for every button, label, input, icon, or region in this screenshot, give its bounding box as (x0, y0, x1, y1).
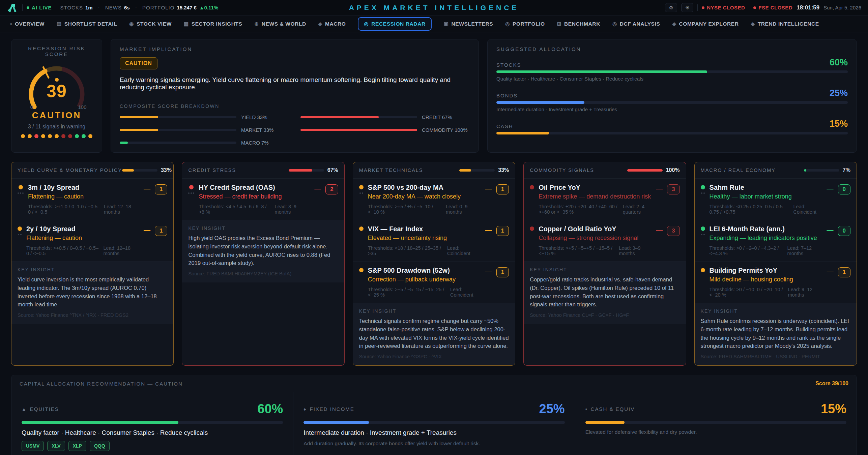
signal-status: Extreme spike — demand destruction risk (539, 193, 652, 200)
settings-button[interactable]: ⚙ (665, 3, 677, 12)
card-score-fill (122, 169, 134, 172)
tab-recession-radar[interactable]: ◎RECESSION RADAR (358, 17, 431, 31)
signal-status: Collapsing — strong recession signal (539, 235, 652, 242)
status-dot-icon (18, 226, 22, 231)
signal-thresholds: Thresholds: >0 / −2–0 / −4.3–2 / <−4.3 % (710, 245, 784, 256)
gauge-center: 39 (17, 78, 96, 100)
stock-view-icon: ◉ (129, 21, 134, 27)
signal-score-badge: 1 (155, 184, 167, 194)
tab-dcf-analysis[interactable]: ◎DCF ANALYSIS (612, 21, 660, 27)
history-dots-icon (18, 192, 24, 194)
source-text: Source: Yahoo Finance ^TNX / ^IRX · FRED… (18, 312, 167, 318)
tab-overview[interactable]: ▪OVERVIEW (10, 21, 45, 27)
breakdown-bar-label: CREDIT 67% (422, 114, 470, 120)
status-dot-icon (530, 185, 534, 189)
portfolio-icon: ◎ (505, 21, 510, 27)
status-dot-icon (189, 185, 194, 189)
capital-allocation-columns: ▲EQUITIES60%Quality factor · Healthcare … (11, 392, 857, 455)
asset-bar-track (303, 421, 565, 424)
signal-dot-icon (41, 134, 45, 138)
signal-thresholds: Thresholds: ±20 / +20–40 / +40–60 / >+60… (539, 204, 619, 215)
source-text: Source: Yahoo Finance CL=F · GC=F · HG=F (530, 312, 679, 318)
key-insight-text: Sahm Rule confirms recession is underway… (701, 317, 850, 350)
live-dot-icon (27, 6, 29, 9)
separator: · (98, 5, 100, 11)
signal-dot-icon (34, 134, 38, 138)
tab-company-explorer[interactable]: ◈COMPANY EXPLORER (672, 21, 739, 27)
asset-note: Elevated for defensive flexibility and d… (585, 429, 846, 435)
tab-trend-intelligence[interactable]: ◆TREND INTELLIGENCE (751, 21, 819, 27)
tab-label: NEWSLETTERS (452, 21, 493, 27)
asset-class-percent: 25% (539, 402, 565, 416)
trend-dash-icon: — (827, 226, 834, 234)
gauge-min-label: 0 (30, 104, 33, 110)
theme-toggle-button[interactable]: ☀ (681, 3, 693, 12)
tab-shortlist-detail[interactable]: ▤SHORTLIST DETAIL (57, 21, 117, 27)
signal-name: 3m / 10y Spread (28, 184, 139, 191)
asset-bar-track (585, 421, 846, 424)
overview-icon: ▪ (10, 21, 12, 27)
signal-lead: Lead: Coincident (793, 204, 822, 215)
allocation-bar-fill (496, 101, 584, 104)
allocation-row-bonds: BONDS25%Intermediate duration · Investme… (496, 88, 848, 112)
signal-lead: Lead: 0–9 months (446, 204, 481, 215)
tab-stock-view[interactable]: ◉STOCK VIEW (129, 21, 172, 27)
trend-intelligence-icon: ◆ (751, 21, 755, 27)
breakdown-bar-fill (120, 116, 158, 118)
status-dot-icon (359, 185, 364, 189)
signal-thresholds: Thresholds: >+5 / ±5 / −5–10 / <−10 % (368, 204, 442, 215)
status-dot-icon (359, 268, 364, 272)
card-commodity-signals: COMMODITY SIGNALS100%Oil Price YoYExtrem… (523, 162, 686, 366)
tab-sector-insights[interactable]: ▦SECTOR INSIGHTS (184, 21, 242, 27)
breakdown-row-market-33: MARKET 33% (120, 127, 289, 133)
key-insight-text: Technical signals confirm regime change … (359, 317, 509, 350)
signal-dot-icon (82, 134, 86, 138)
card-score-track (804, 169, 839, 172)
breakdown-bar-fill (300, 129, 417, 131)
asset-bar-track (22, 421, 283, 424)
gauge-max-label: 100 (78, 104, 86, 110)
capital-column-equities: ▲EQUITIES60%Quality factor · Healthcare … (11, 392, 293, 455)
tab-newsletters[interactable]: ▣NEWSLETTERS (444, 21, 493, 27)
asset-class-percent: 15% (821, 402, 846, 416)
key-insight-label: KEY INSIGHT (530, 267, 679, 272)
status-dot-icon (19, 185, 23, 189)
stocks-value: 1m (85, 5, 93, 10)
recession-radar-icon: ◎ (364, 21, 369, 27)
tab-news-world[interactable]: ⊕NEWS & WORLD (255, 21, 306, 27)
caution-badge: CAUTION (120, 57, 157, 69)
ticker-chip-qqq: QQQ (90, 441, 110, 451)
allocation-row-stocks: STOCKS60%Quality factor · Healthcare · C… (496, 57, 848, 82)
asset-bar-fill (303, 421, 369, 424)
key-insight-label: KEY INSIGHT (18, 267, 167, 272)
card-macro-real-economy: MACRO / REAL ECONOMY7%Sahm RuleHealthy —… (694, 162, 857, 366)
history-dots-icon (359, 192, 363, 194)
tab-macro[interactable]: ◈MACRO (318, 21, 346, 27)
signal-lead: Lead: Coincident (447, 245, 481, 256)
signal-dot-icon (21, 134, 25, 138)
signal-row-copper-gold-ratio-yoy: Copper / Gold Ratio YoYCollapsing — stro… (524, 220, 686, 262)
signal-status: Elevated — uncertainty rising (368, 235, 481, 242)
sun-icon: ☀ (685, 5, 690, 11)
tab-benchmark[interactable]: ⊞BENCHMARK (557, 21, 600, 27)
signal-score-badge: 3 (667, 184, 679, 194)
breakdown-bar-track (120, 129, 236, 131)
news-label: NEWS (105, 5, 122, 10)
breakdown-row-yield-33: YIELD 33% (120, 114, 289, 120)
trend-dash-icon: — (827, 184, 834, 192)
portfolio-value: 15.247 € (177, 5, 196, 10)
tab-label: SHORTLIST DETAIL (64, 21, 117, 27)
signal-name: Oil Price YoY (539, 184, 652, 191)
signal-status: Stressed — credit fear building (199, 193, 310, 200)
status-dot-icon (701, 268, 705, 272)
signal-status: Near 200-day MA — watch closely (368, 193, 481, 200)
signal-status: Correction — pullback underway (368, 276, 481, 283)
status-dot-icon (530, 226, 534, 231)
tab-portfolio[interactable]: ◎PORTFOLIO (505, 21, 545, 27)
key-insight-block: KEY INSIGHTTechnical signals confirm reg… (353, 303, 515, 365)
asset-bar-fill (585, 421, 625, 424)
breakdown-bar-label: MACRO 7% (241, 140, 289, 146)
breakdown-bar-fill (300, 116, 379, 118)
asset-class-icon: • (585, 406, 588, 412)
key-insight-block: KEY INSIGHTSahm Rule confirms recession … (695, 303, 857, 365)
